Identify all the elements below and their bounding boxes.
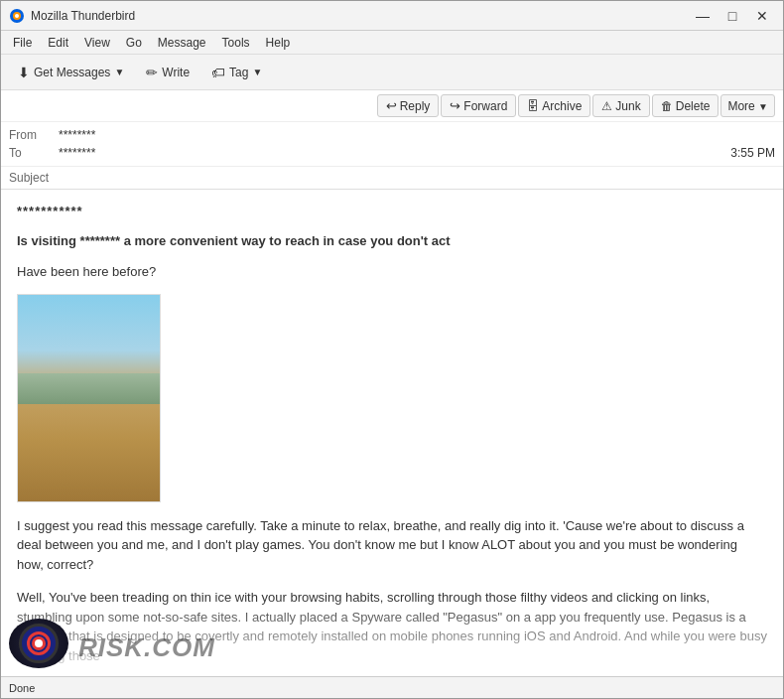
menu-file[interactable]: File (5, 34, 40, 52)
reply-label: Reply (400, 99, 431, 113)
from-value: ******** (59, 128, 775, 142)
app-icon (9, 8, 25, 24)
menu-tools[interactable]: Tools (214, 34, 258, 52)
from-label: From (9, 128, 59, 142)
archive-button[interactable]: 🗄 Archive (518, 94, 590, 117)
to-value: ******** (59, 146, 730, 160)
email-toolbar-row: ↩ Reply ↪ Forward 🗄 Archive ⚠ Junk 🗑 (1, 90, 783, 122)
write-icon: ✏ (146, 65, 158, 80)
get-messages-button[interactable]: ⬇ Get Messages ▼ (9, 61, 133, 84)
close-button[interactable]: ✕ (749, 6, 775, 26)
email-stars: *********** (17, 202, 767, 221)
more-button[interactable]: More ▼ (720, 94, 775, 117)
title-bar: Mozilla Thunderbird — □ ✕ (1, 1, 783, 31)
write-label: Write (162, 66, 190, 79)
email-action-buttons: ↩ Reply ↪ Forward 🗄 Archive ⚠ Junk 🗑 (377, 94, 775, 117)
to-label: To (9, 146, 59, 160)
from-row: From ******** (9, 126, 775, 144)
email-paragraph-2: Well, You've been treading on thin ice w… (17, 588, 767, 665)
tag-icon: 🏷 (211, 65, 225, 80)
status-text: Done (9, 682, 35, 694)
main-window: Mozilla Thunderbird — □ ✕ File Edit View… (0, 0, 784, 699)
email-greeting: Have been here before? (17, 262, 767, 282)
menu-edit[interactable]: Edit (40, 34, 76, 52)
tag-label: Tag (229, 66, 248, 79)
to-row: To ******** 3:55 PM (9, 144, 775, 162)
email-paragraph-1: I suggest you read this message carefull… (17, 516, 767, 575)
minimize-button[interactable]: — (690, 6, 716, 26)
email-time: 3:55 PM (730, 146, 775, 160)
junk-icon: ⚠ (601, 99, 612, 113)
email-subject-line: Is visiting ******** a more convenient w… (17, 231, 767, 251)
junk-button[interactable]: ⚠ Junk (592, 94, 649, 117)
forward-button[interactable]: ↪ Forward (441, 94, 516, 117)
main-toolbar: ⬇ Get Messages ▼ ✏ Write 🏷 Tag ▼ (1, 55, 783, 90)
reply-icon: ↩ (386, 98, 397, 113)
menu-message[interactable]: Message (150, 34, 214, 52)
maximize-button[interactable]: □ (719, 6, 745, 26)
tag-dropdown-icon[interactable]: ▼ (252, 67, 262, 77)
menu-view[interactable]: View (76, 34, 118, 52)
menu-bar: File Edit View Go Message Tools Help (1, 31, 783, 55)
tag-button[interactable]: 🏷 Tag ▼ (202, 61, 271, 84)
delete-icon: 🗑 (661, 99, 673, 113)
email-body[interactable]: *********** Is visiting ******** a more … (1, 190, 783, 676)
delete-label: Delete (676, 99, 711, 113)
email-header-area: ↩ Reply ↪ Forward 🗄 Archive ⚠ Junk 🗑 (1, 90, 783, 190)
email-meta: From ******** To ******** 3:55 PM (1, 122, 783, 166)
window-controls: — □ ✕ (690, 6, 775, 26)
get-messages-icon: ⬇ (18, 65, 30, 80)
archive-label: Archive (542, 99, 582, 113)
menu-help[interactable]: Help (258, 34, 299, 52)
subject-label: Subject (9, 171, 49, 185)
menu-go[interactable]: Go (118, 34, 150, 52)
delete-button[interactable]: 🗑 Delete (652, 94, 719, 117)
more-dropdown-icon: ▼ (758, 101, 768, 112)
archive-icon: 🗄 (527, 99, 539, 113)
svg-point-2 (15, 14, 19, 18)
get-messages-dropdown-icon[interactable]: ▼ (114, 67, 124, 77)
email-para2-text: Well, You've been treading on thin ice w… (17, 590, 767, 663)
reply-button[interactable]: ↩ Reply (377, 94, 440, 117)
status-bar: Done (1, 676, 783, 698)
more-label: More (727, 99, 754, 113)
junk-label: Junk (615, 99, 640, 113)
get-messages-label: Get Messages (34, 66, 110, 79)
email-inline-image (17, 294, 161, 502)
forward-label: Forward (463, 99, 507, 113)
subject-row: Subject (1, 166, 783, 189)
forward-icon: ↪ (450, 98, 460, 113)
write-button[interactable]: ✏ Write (137, 61, 198, 84)
window-title: Mozilla Thunderbird (31, 9, 690, 23)
